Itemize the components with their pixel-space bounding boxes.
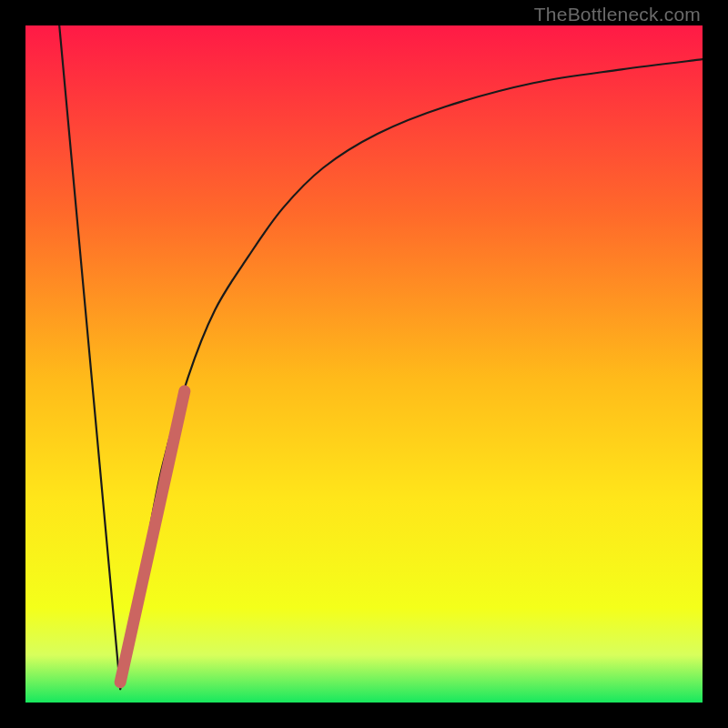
curve-right-rise [120, 59, 703, 689]
curve-left-descent [59, 25, 120, 689]
watermark-label: TheBottleneck.com [534, 4, 701, 25]
highlight-segment [120, 391, 185, 682]
chart-frame: TheBottleneck.com [0, 0, 728, 728]
curve-layer [25, 25, 703, 703]
plot-area [25, 25, 703, 703]
